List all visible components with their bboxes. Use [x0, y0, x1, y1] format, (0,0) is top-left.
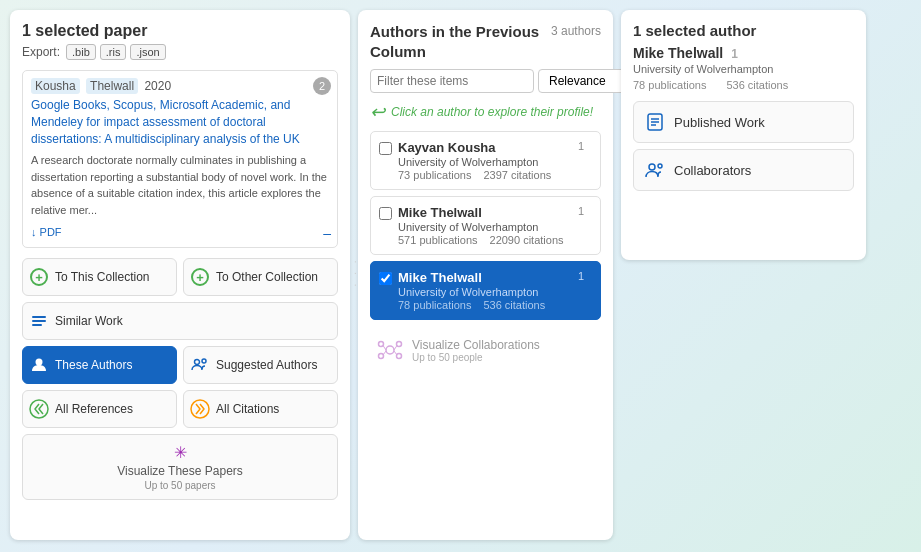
- svg-rect-6: [32, 324, 42, 326]
- author-stats-thelwall-2: 78 publications 536 citations: [398, 299, 572, 311]
- thelwall1-publications: 571 publications: [398, 234, 478, 246]
- published-work-button[interactable]: Published Work: [633, 101, 854, 143]
- svg-point-8: [195, 360, 200, 365]
- collaborators-label: Collaborators: [674, 163, 751, 178]
- svg-point-12: [386, 346, 394, 354]
- author-tag-thelwall: Thelwall: [86, 78, 138, 94]
- thelwall2-publications: 78 publications: [398, 299, 471, 311]
- paper-abstract: A research doctorate normally culminates…: [31, 152, 329, 218]
- author-uni-thelwall-1: University of Wolverhampton: [398, 221, 572, 233]
- visualize-papers-sublabel: Up to 50 papers: [144, 480, 215, 491]
- left-panel: 1 selected paper Export: .bib .ris .json…: [10, 10, 350, 540]
- visualize-collab-sublabel: Up to 50 people: [412, 352, 540, 363]
- middle-header: 3 authors Authors in the Previous Column: [370, 22, 601, 61]
- author-tag-kousha: Kousha: [31, 78, 80, 94]
- paper-card: 2 Kousha Thelwall 2020 Google Books, Sco…: [22, 70, 338, 248]
- author-checkbox-thelwall-2[interactable]: [379, 272, 392, 285]
- these-authors-icon: [29, 355, 49, 375]
- visualize-collab-text: Visualize Collaborations Up to 50 people: [412, 338, 540, 363]
- thelwall1-count: 1: [578, 205, 592, 217]
- filter-input[interactable]: [370, 69, 534, 93]
- author-info-kousha: Kayvan Kousha University of Wolverhampto…: [398, 140, 572, 181]
- divider-dots-left: · · ·: [350, 261, 361, 290]
- selected-author-university: University of Wolverhampton: [633, 63, 854, 75]
- author-checkbox-kousha[interactable]: [379, 142, 392, 155]
- right-panel: 1 selected author Mike Thelwall 1 Univer…: [621, 10, 866, 260]
- svg-text:+: +: [196, 270, 204, 285]
- author-info-thelwall-2: Mike Thelwall University of Wolverhampto…: [398, 270, 572, 311]
- export-label: Export:: [22, 45, 60, 59]
- paper-year: 2020: [144, 79, 171, 93]
- kousha-citations: 2397 citations: [483, 169, 551, 181]
- click-hint: ↩ Click an author to explore their profi…: [370, 101, 601, 123]
- selected-author-stats: 78 publications 536 citations: [633, 79, 854, 91]
- these-authors-button[interactable]: These Authors: [22, 346, 177, 384]
- selected-author-name: Mike Thelwall 1: [633, 45, 854, 61]
- collaborators-icon: [644, 159, 666, 181]
- similar-work-icon: [29, 311, 49, 331]
- author-name-kousha: Kayvan Kousha: [398, 140, 572, 155]
- export-bib-button[interactable]: .bib: [66, 44, 96, 60]
- to-other-collection-label: To Other Collection: [216, 270, 318, 284]
- paper-title[interactable]: Google Books, Scopus, Microsoft Academic…: [31, 97, 329, 147]
- author-checkbox-thelwall-1[interactable]: [379, 207, 392, 220]
- svg-point-25: [649, 164, 655, 170]
- author-stats-thelwall-1: 571 publications 22090 citations: [398, 234, 572, 246]
- filter-row: Relevance Name Publications Citations: [370, 69, 601, 93]
- click-hint-text: Click an author to explore their profile…: [391, 105, 593, 119]
- visualize-papers-label: Visualize These Papers: [117, 464, 243, 478]
- author-name-thelwall-2: Mike Thelwall: [398, 270, 572, 285]
- selected-author-count: 1: [731, 47, 738, 61]
- authors-count: 3 authors: [551, 24, 601, 38]
- to-other-collection-button[interactable]: + To Other Collection: [183, 258, 338, 296]
- suggested-authors-label: Suggested Authors: [216, 358, 317, 372]
- paper-badge: 2: [313, 77, 331, 95]
- svg-rect-4: [32, 316, 46, 318]
- all-citations-button[interactable]: All Citations: [183, 390, 338, 428]
- author-info-thelwall-1: Mike Thelwall University of Wolverhampto…: [398, 205, 572, 246]
- svg-point-15: [379, 354, 384, 359]
- right-panel-title: 1 selected author: [633, 22, 854, 39]
- collaborators-button[interactable]: Collaborators: [633, 149, 854, 191]
- author-item-thelwall-1[interactable]: Mike Thelwall University of Wolverhampto…: [370, 196, 601, 255]
- author-uni-thelwall-2: University of Wolverhampton: [398, 286, 572, 298]
- selected-citations: 536 citations: [726, 79, 788, 91]
- export-row: Export: .bib .ris .json: [22, 44, 338, 60]
- paper-authors: Kousha Thelwall 2020: [31, 79, 329, 93]
- author-name-thelwall-1: Mike Thelwall: [398, 205, 572, 220]
- similar-work-button[interactable]: Similar Work: [22, 302, 338, 340]
- all-citations-icon: [190, 399, 210, 419]
- pdf-button[interactable]: ↓ PDF: [31, 226, 62, 238]
- suggested-authors-icon: [190, 355, 210, 375]
- visualize-collaborations[interactable]: Visualize Collaborations Up to 50 people: [370, 326, 601, 374]
- visualize-papers-button[interactable]: ✳ Visualize These Papers Up to 50 papers: [22, 434, 338, 500]
- export-ris-button[interactable]: .ris: [100, 44, 127, 60]
- left-panel-title: 1 selected paper: [22, 22, 338, 40]
- export-json-button[interactable]: .json: [130, 44, 165, 60]
- visualize-collab-label: Visualize Collaborations: [412, 338, 540, 352]
- author-item-thelwall-2[interactable]: Mike Thelwall University of Wolverhampto…: [370, 261, 601, 320]
- thelwall2-citations: 536 citations: [483, 299, 545, 311]
- svg-point-26: [658, 164, 662, 168]
- author-stats-kousha: 73 publications 2397 citations: [398, 169, 572, 181]
- author-item-kousha[interactable]: Kayvan Kousha University of Wolverhampto…: [370, 131, 601, 190]
- all-references-button[interactable]: All References: [22, 390, 177, 428]
- svg-line-20: [394, 351, 397, 355]
- thelwall2-count: 1: [578, 270, 592, 282]
- to-this-collection-button[interactable]: + To This Collection: [22, 258, 177, 296]
- kousha-publications: 73 publications: [398, 169, 471, 181]
- middle-panel: · · · 3 authors Authors in the Previous …: [358, 10, 613, 540]
- thelwall1-citations: 22090 citations: [490, 234, 564, 246]
- published-work-label: Published Work: [674, 115, 765, 130]
- collapse-button[interactable]: –: [323, 225, 331, 241]
- suggested-authors-button[interactable]: Suggested Authors: [183, 346, 338, 384]
- to-this-collection-label: To This Collection: [55, 270, 150, 284]
- plus-icon-2: +: [190, 267, 210, 287]
- svg-line-18: [394, 346, 397, 351]
- all-references-icon: [29, 399, 49, 419]
- svg-line-19: [383, 351, 386, 355]
- these-authors-label: These Authors: [55, 358, 132, 372]
- kousha-count: 1: [578, 140, 592, 152]
- visualize-papers-icon: ✳: [174, 443, 187, 462]
- all-references-label: All References: [55, 402, 133, 416]
